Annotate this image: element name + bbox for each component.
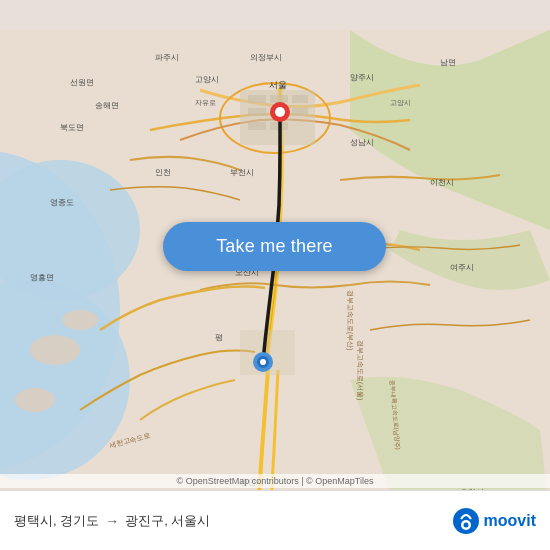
- take-me-there-label: Take me there: [216, 236, 333, 257]
- svg-text:경부고속도로(부산): 경부고속도로(부산): [346, 290, 354, 350]
- svg-text:인천: 인천: [155, 168, 171, 177]
- svg-text:영흥면: 영흥면: [30, 273, 54, 282]
- route-from: 평택시, 경기도: [14, 512, 99, 530]
- svg-rect-9: [248, 95, 266, 103]
- svg-text:파주시: 파주시: [155, 53, 179, 62]
- svg-rect-15: [248, 122, 266, 130]
- svg-point-6: [62, 310, 98, 330]
- route-info: 평택시, 경기도 → 광진구, 서울시: [14, 512, 210, 530]
- svg-text:성남시: 성남시: [350, 138, 374, 147]
- svg-point-4: [30, 335, 80, 365]
- svg-text:선원면: 선원면: [70, 78, 94, 87]
- svg-text:의정부시: 의정부시: [250, 53, 282, 62]
- svg-text:이천시: 이천시: [430, 178, 454, 187]
- moovit-brand-name: moovit: [484, 512, 536, 530]
- svg-text:경부고속도로(서울): 경부고속도로(서울): [356, 340, 364, 400]
- bottom-bar: 평택시, 경기도 → 광진구, 서울시 moovit: [0, 490, 550, 550]
- svg-rect-14: [292, 108, 308, 116]
- svg-text:남면: 남면: [440, 58, 456, 67]
- svg-text:고양시: 고양시: [195, 75, 219, 84]
- svg-rect-12: [248, 108, 266, 116]
- svg-point-52: [463, 522, 468, 527]
- map-container: 서울 부천시 인천 의정부시 파주시 선원면 북도면 영종도 영흥면 안산시 양…: [0, 0, 550, 550]
- route-to: 광진구, 서울시: [125, 512, 210, 530]
- moovit-logo: moovit: [452, 507, 536, 535]
- map-attribution: © OpenStreetMap contributors | © OpenMap…: [0, 474, 550, 488]
- svg-point-46: [275, 107, 285, 117]
- map-background: 서울 부천시 인천 의정부시 파주시 선원면 북도면 영종도 영흥면 안산시 양…: [0, 0, 550, 550]
- svg-text:북도면: 북도면: [60, 123, 84, 132]
- svg-rect-10: [270, 95, 288, 103]
- moovit-logo-icon: [452, 507, 480, 535]
- svg-point-49: [260, 359, 266, 365]
- svg-text:평: 평: [215, 333, 223, 342]
- svg-rect-11: [292, 95, 308, 103]
- svg-text:서울: 서울: [269, 80, 287, 90]
- svg-text:고양시: 고양시: [390, 99, 411, 106]
- svg-text:양주시: 양주시: [350, 73, 374, 82]
- svg-text:여주시: 여주시: [450, 263, 474, 272]
- svg-text:부천시: 부천시: [230, 168, 254, 177]
- route-arrow-icon: →: [105, 513, 119, 529]
- take-me-there-button[interactable]: Take me there: [163, 222, 386, 271]
- svg-point-5: [15, 388, 55, 412]
- svg-text:송해면: 송해면: [95, 101, 119, 110]
- svg-text:자유로: 자유로: [195, 99, 216, 106]
- svg-text:영종도: 영종도: [50, 198, 74, 207]
